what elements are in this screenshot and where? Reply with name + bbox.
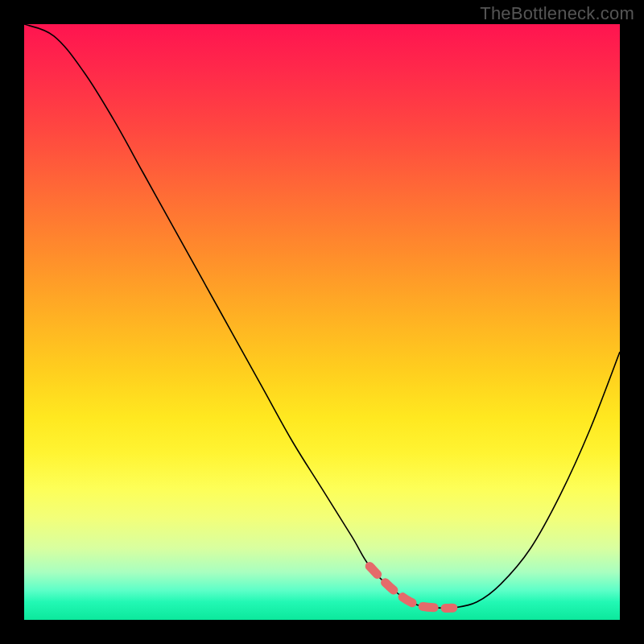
optimal-range-highlight [369,566,453,608]
watermark-text: TheBottleneck.com [480,3,634,24]
chart-svg [24,24,620,620]
chart-plot-area [24,24,620,620]
bottleneck-curve [24,24,620,609]
